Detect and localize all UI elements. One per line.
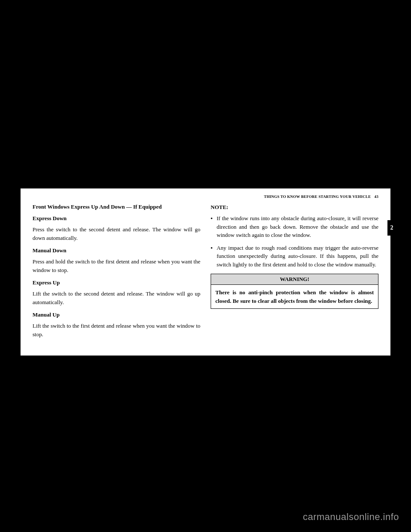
warning-box: WARNING! There is no anti-pinch protecti…	[211, 274, 378, 309]
page-number: 43	[375, 194, 378, 199]
bullet-item: Any impact due to rough road conditions …	[211, 244, 378, 269]
body-express-up: Lift the switch to the second detent and…	[33, 290, 200, 306]
body-express-down: Press the switch to the second detent an…	[33, 225, 200, 242]
page-header: THINGS TO KNOW BEFORE STARTING YOUR VEHI…	[211, 194, 378, 199]
subheading-express-down: Express Down	[33, 215, 200, 222]
note-label: NOTE:	[211, 204, 378, 211]
manual-page: Front Windows Express Up And Down — If E…	[21, 188, 390, 356]
note-bullets: If the window runs into any obstacle dur…	[211, 214, 378, 269]
warning-title: WARNING!	[211, 274, 378, 285]
warning-body: There is no anti-pinch protection when t…	[211, 285, 378, 308]
right-column: THINGS TO KNOW BEFORE STARTING YOUR VEHI…	[211, 194, 378, 344]
section-title: Front Windows Express Up And Down — If E…	[33, 203, 200, 211]
header-section-title: THINGS TO KNOW BEFORE STARTING YOUR VEHI…	[264, 194, 371, 199]
body-manual-down: Press and hold the switch to the first d…	[33, 257, 200, 274]
left-column: Front Windows Express Up And Down — If E…	[33, 194, 200, 344]
subheading-express-up: Express Up	[33, 279, 200, 286]
bullet-item: If the window runs into any obstacle dur…	[211, 214, 378, 239]
chapter-tab: 2	[387, 220, 396, 236]
body-manual-up: Lift the switch to the first detent and …	[33, 322, 200, 338]
watermark: carmanualsonline.info	[303, 511, 399, 523]
subheading-manual-down: Manual Down	[33, 247, 200, 254]
subheading-manual-up: Manual Up	[33, 311, 200, 318]
